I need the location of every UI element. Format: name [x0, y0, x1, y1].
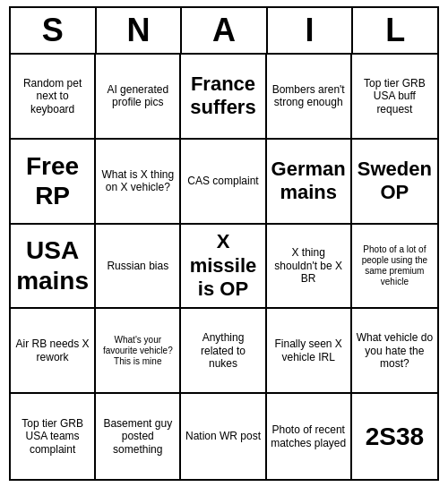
bingo-cell: What vehicle do you hate the most? [352, 309, 437, 394]
bingo-cell: X thing shouldn't be X BR [267, 225, 352, 310]
bingo-cell: Free RP [11, 140, 96, 225]
bingo-cell: Anything related to nukes [181, 309, 266, 394]
bingo-cell: X missile is OP [181, 225, 266, 310]
bingo-cell: Photo of a lot of people using the same … [352, 225, 437, 310]
header-letter: N [97, 8, 183, 53]
bingo-cell: AI generated profile pics [96, 55, 181, 140]
bingo-cell: Finally seen X vehicle IRL [267, 309, 352, 394]
header-letter: S [11, 8, 97, 53]
bingo-grid: Random pet next to keyboardAI generated … [11, 55, 437, 479]
bingo-cell: France suffers [181, 55, 266, 140]
header-letter: A [182, 8, 268, 53]
bingo-cell: CAS complaint [181, 140, 266, 225]
bingo-cell: Sweden OP [352, 140, 437, 225]
bingo-card: SNAIL Random pet next to keyboardAI gene… [9, 6, 439, 481]
bingo-cell: USA mains [11, 225, 96, 310]
bingo-cell: Air RB needs X rework [11, 309, 96, 394]
bingo-cell: What is X thing on X vehicle? [96, 140, 181, 225]
bingo-cell: Russian bias [96, 225, 181, 310]
bingo-cell: Nation WR post [181, 394, 266, 479]
bingo-cell: 2S38 [352, 394, 437, 479]
bingo-cell: Top tier GRB USA buff request [352, 55, 437, 140]
header-letter: I [268, 8, 354, 53]
bingo-cell: German mains [267, 140, 352, 225]
bingo-cell: Bombers aren't strong enough [267, 55, 352, 140]
bingo-cell: Top tier GRB USA teams complaint [11, 394, 96, 479]
bingo-header: SNAIL [11, 8, 437, 55]
bingo-cell: Random pet next to keyboard [11, 55, 96, 140]
header-letter: L [353, 8, 437, 53]
bingo-cell: Basement guy posted something [96, 394, 181, 479]
bingo-cell: Photo of recent matches played [267, 394, 352, 479]
bingo-cell: What's your favourite vehicle? This is m… [96, 309, 181, 394]
